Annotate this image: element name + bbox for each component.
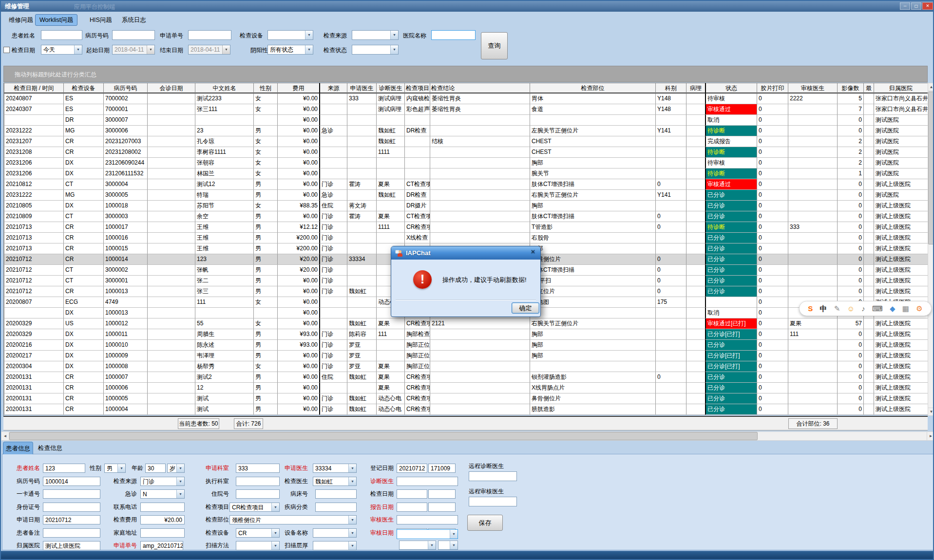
- cell-consult-date[interactable]: [147, 243, 195, 254]
- cell-dept[interactable]: [655, 243, 686, 254]
- cell-sex[interactable]: [253, 308, 277, 318]
- cell-sex[interactable]: 男: [253, 222, 277, 233]
- cell-review-doctor[interactable]: [788, 243, 837, 254]
- cell-review-doctor[interactable]: [788, 168, 837, 179]
- cell-hospital[interactable]: 测试上级医院: [874, 340, 928, 351]
- hospital-name-input[interactable]: [431, 30, 476, 40]
- cell-exam-date[interactable]: 20210712: [4, 265, 63, 276]
- cell-review-doctor[interactable]: [788, 115, 837, 126]
- cell-diagnose-doctor[interactable]: 1111: [376, 222, 404, 233]
- cell-image-count[interactable]: 0: [837, 201, 863, 211]
- chevron-down-icon[interactable]: ▼: [450, 530, 457, 539]
- cell-request-doctor[interactable]: [347, 233, 376, 243]
- cell-source[interactable]: [319, 104, 347, 115]
- cell-device[interactable]: CR: [63, 233, 103, 243]
- cell-status[interactable]: 已分诊: [705, 233, 757, 243]
- cell-consult-date[interactable]: [147, 201, 195, 211]
- cell-consult-date[interactable]: [147, 265, 195, 276]
- cell-status[interactable]: 已分诊: [705, 243, 757, 254]
- cell-review-doctor[interactable]: [788, 361, 837, 372]
- cell-status[interactable]: 已分诊: [705, 286, 757, 297]
- cell-request-doctor[interactable]: [347, 158, 376, 168]
- cell-image-count[interactable]: 0: [837, 276, 863, 286]
- cell-body-part[interactable]: CT平扫: [530, 276, 655, 286]
- cell-hospital[interactable]: 测试上级医院: [874, 372, 928, 383]
- column-header-request-doctor[interactable]: 申请医生: [347, 83, 376, 93]
- maximize-button[interactable]: ▢: [911, 2, 921, 10]
- column-header-dept[interactable]: 科别: [655, 83, 686, 93]
- cell-dept[interactable]: Y141: [655, 126, 686, 136]
- cell-source[interactable]: 门诊: [319, 329, 347, 340]
- cell-name[interactable]: 林国兰: [195, 168, 253, 179]
- cell-latest[interactable]: [863, 351, 874, 361]
- cell-request-doctor[interactable]: 魏如虹: [347, 372, 376, 383]
- cell-sex[interactable]: 男: [253, 254, 277, 265]
- cell-review-doctor[interactable]: [788, 393, 837, 404]
- cell-name[interactable]: 韦泽理: [195, 351, 253, 361]
- cell-fee[interactable]: ¥0.00: [277, 190, 319, 201]
- cell-film-print[interactable]: 0: [757, 126, 788, 136]
- cell-hospital[interactable]: 测试上级医院: [874, 179, 928, 190]
- cell-diagnose-doctor[interactable]: 测试病理: [376, 104, 404, 115]
- cell-conclusion[interactable]: [430, 115, 530, 126]
- cell-exam-item[interactable]: 胸部正位: [404, 340, 430, 351]
- cell-consult-date[interactable]: [147, 126, 195, 136]
- cell-body-part[interactable]: 心电图: [530, 297, 655, 308]
- cell-image-count[interactable]: 0: [837, 372, 863, 383]
- cell-review-doctor[interactable]: 夏果: [788, 318, 837, 329]
- cell-sex[interactable]: 女: [253, 136, 277, 147]
- cell-device[interactable]: DX: [63, 201, 103, 211]
- cell-status[interactable]: 审核通过: [705, 104, 757, 115]
- cell-name[interactable]: 孔令琼: [195, 136, 253, 147]
- form-apply-date-input[interactable]: 20210712: [43, 515, 100, 524]
- cell-name[interactable]: 杨帮秀: [195, 361, 253, 372]
- cell-dept[interactable]: [655, 115, 686, 126]
- cell-dept[interactable]: 0: [655, 276, 686, 286]
- cell-hospital[interactable]: 测试上级医院: [874, 265, 928, 276]
- cell-sex[interactable]: 男: [253, 233, 277, 243]
- cell-body-part[interactable]: 倒立位片: [530, 286, 655, 297]
- cell-device[interactable]: CR: [63, 222, 103, 233]
- cell-source[interactable]: 门诊: [319, 254, 347, 265]
- cell-fee[interactable]: ¥0.00: [277, 168, 319, 179]
- cell-hospital[interactable]: 测试上级医院: [874, 211, 928, 222]
- cell-body-part[interactable]: 胸部: [530, 329, 655, 340]
- cell-device[interactable]: ES: [63, 104, 103, 115]
- exam-date-select[interactable]: 今天▼: [41, 45, 82, 55]
- cell-latest[interactable]: [863, 318, 874, 329]
- cell-exam-date[interactable]: 20240307: [4, 104, 63, 115]
- cell-mrn[interactable]: 1000015: [103, 243, 147, 254]
- cell-conclusion[interactable]: 2121: [430, 318, 530, 329]
- cell-mrn[interactable]: 4749: [103, 297, 147, 308]
- cell-status[interactable]: 已分诊: [705, 340, 757, 351]
- cell-diagnose-doctor[interactable]: 111: [376, 329, 404, 340]
- cell-request-doctor[interactable]: 霍涛: [347, 179, 376, 190]
- cell-conclusion[interactable]: [430, 179, 530, 190]
- scroll-right-icon[interactable]: ►: [927, 431, 934, 441]
- scroll-left-icon[interactable]: ◄: [1, 431, 9, 441]
- cell-image-count[interactable]: 0: [837, 383, 863, 393]
- cell-request-doctor[interactable]: 霍涛: [347, 211, 376, 222]
- cell-mrn[interactable]: 7000001: [103, 104, 147, 115]
- form-fee-input[interactable]: ¥20.00: [140, 515, 185, 524]
- form-age-unit-select[interactable]: 岁▼: [167, 464, 185, 473]
- cell-exam-item[interactable]: 彩色超声检查: [404, 104, 430, 115]
- cell-latest[interactable]: [863, 179, 874, 190]
- form-exec-dept-input[interactable]: [236, 477, 280, 486]
- cell-fee[interactable]: ¥20.00: [277, 265, 319, 276]
- cell-body-part[interactable]: X线胃肠点片: [530, 383, 655, 393]
- cell-consult-date[interactable]: [147, 115, 195, 126]
- cell-source[interactable]: 门诊: [319, 404, 347, 415]
- cell-name[interactable]: 55: [195, 318, 253, 329]
- tab-his-issues[interactable]: HIS问题: [86, 14, 116, 26]
- chevron-down-icon[interactable]: ▼: [390, 31, 398, 39]
- cell-fee[interactable]: ¥0.00: [277, 115, 319, 126]
- cell-device[interactable]: CT: [63, 179, 103, 190]
- cell-conclusion[interactable]: [430, 383, 530, 393]
- cell-device[interactable]: DX: [63, 361, 103, 372]
- chevron-down-icon[interactable]: ▼: [348, 477, 356, 485]
- cell-latest[interactable]: [863, 243, 874, 254]
- cell-status[interactable]: 待诊断: [705, 147, 757, 158]
- cell-mrn[interactable]: 3000003: [103, 211, 147, 222]
- cell-conclusion[interactable]: 结核: [430, 136, 530, 147]
